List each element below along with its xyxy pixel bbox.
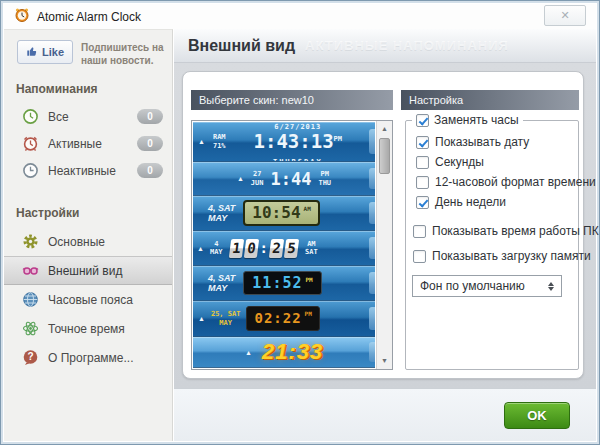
globe-icon — [22, 291, 39, 308]
sidebar-item-general[interactable]: Основные — [4, 227, 172, 256]
count-badge: 0 — [137, 163, 163, 178]
sidebar-item-inactive-reminders[interactable]: Неактивные 0 — [4, 157, 172, 184]
group-label-row: Заменять часы — [412, 113, 523, 127]
skin-ampm-day: PMTHU — [318, 170, 331, 186]
like-label: Like — [42, 46, 64, 58]
section-title-settings: Настройки — [4, 184, 172, 227]
window-title: Atomic Alarm Clock — [37, 10, 141, 24]
skin-list: ▲ RAM71% 6/27/2013 1:43:13PM THURSDAY — [191, 120, 393, 370]
sidebar-item-about[interactable]: ? О Программе... — [4, 343, 172, 372]
sidebar-item-label: Точное время — [48, 322, 125, 336]
thumb-up-icon — [26, 45, 38, 59]
checkbox-weekday[interactable] — [416, 196, 429, 209]
atom-icon — [22, 320, 39, 337]
scroll-down-arrow[interactable]: ▼ — [377, 354, 392, 368]
ram-indicator: RAM71% — [213, 133, 226, 149]
checkbox-replace-clock[interactable] — [416, 114, 429, 127]
dropdown-value: Фон по умолчанию — [420, 279, 525, 293]
glasses-icon — [22, 262, 39, 279]
skin-time: 1:44 — [270, 169, 311, 189]
alarm-clock-app-icon — [14, 7, 30, 27]
skin-preview-digital-compact[interactable]: ▲ 27JUN 1:44 PMTHU — [193, 162, 375, 196]
subscribe-row: Like Подпишитесь на наши новости. — [4, 30, 172, 69]
sidebar-item-all-reminders[interactable]: Все 0 — [4, 103, 172, 130]
close-button[interactable]: ✕ — [544, 5, 586, 26]
clock-green-icon — [22, 108, 39, 125]
sidebar-item-label: Все — [48, 110, 69, 124]
skin-date: 27JUN — [251, 170, 264, 186]
background-dropdown[interactable]: Фон по умолчанию — [412, 275, 562, 297]
skin-preview-lcd-amber[interactable]: ▲ 25, SATMAY 02:22 PM — [193, 301, 375, 337]
skin-preview-flame-selected[interactable]: ▲ 21:33 — [193, 337, 375, 368]
page-title: Внешний вид — [188, 37, 295, 55]
skin-preview-lcd-blue[interactable]: 4, SATMAY 11:52 PM — [193, 266, 375, 301]
app-window: Atomic Alarm Clock ✕ Like Подпишитесь на… — [0, 0, 600, 445]
count-badge: 0 — [137, 136, 163, 151]
checkbox-label: Секунды — [435, 155, 484, 169]
sidebar-item-active-reminders[interactable]: Активные 0 — [4, 130, 172, 157]
count-badge: 0 — [137, 109, 163, 124]
checkbox-seconds[interactable] — [416, 156, 429, 169]
skin-preview-flip-clock[interactable]: ▲ 4MAY 10:25 AMSAT — [193, 231, 375, 266]
skin-preview-digital-full[interactable]: ▲ RAM71% 6/27/2013 1:43:13PM THURSDAY — [193, 122, 375, 162]
group-label: Заменять часы — [434, 113, 519, 127]
lcd-display: 10:54 AM — [243, 200, 319, 225]
lcd-display: 02:22 PM — [246, 306, 319, 330]
checkbox-memory-load[interactable] — [413, 250, 426, 263]
sidebar-item-label: Неактивные — [48, 164, 116, 178]
checkbox-row-memory-load: Показывать загрузку памяти — [413, 249, 591, 263]
checkbox-row-pc-uptime: Показывать время работы ПК — [413, 224, 599, 238]
titlebar: Atomic Alarm Clock ✕ — [4, 4, 596, 29]
sidebar-item-label: Часовые пояса — [48, 293, 133, 307]
checkbox-12h-format[interactable] — [416, 176, 429, 189]
skin-ampm-day: AMSAT — [305, 240, 318, 256]
content-area: Выберите скин: new10 Настройка ▲ RAM71% … — [174, 63, 596, 388]
footer-bar: OK — [174, 388, 596, 441]
lcd-display: 11:52 PM — [243, 271, 321, 296]
sidebar-item-label: Внешний вид — [48, 264, 122, 278]
scrollbar[interactable]: ▲ ▼ — [376, 121, 392, 369]
svg-text:?: ? — [27, 351, 33, 362]
checkbox-label: День недели — [435, 195, 506, 209]
facebook-like-button[interactable]: Like — [17, 40, 73, 64]
checkbox-label: Показывать дату — [435, 135, 529, 149]
alarm-triangle-icon: ▲ — [198, 315, 205, 322]
skin-previews: ▲ RAM71% 6/27/2013 1:43:13PM THURSDAY — [193, 122, 375, 368]
checkbox-row-show-date: Показывать дату — [416, 135, 529, 149]
flip-digits: 10:25 — [229, 239, 299, 258]
skin-clock-readout: 6/27/2013 1:43:13PM THURSDAY — [254, 122, 343, 162]
alarm-triangle-icon: ▲ — [198, 138, 205, 145]
alarm-red-icon — [22, 135, 39, 152]
alarm-triangle-icon: ▲ — [245, 349, 252, 356]
alarm-triangle-icon: ▲ — [237, 175, 244, 182]
sidebar-item-appearance[interactable]: Внешний вид — [4, 256, 172, 285]
ghost-header-text: АКТИВНЫЕ НАПОМИНАНИЯ — [305, 38, 509, 53]
subscribe-text: Подпишитесь на наши новости. — [81, 40, 166, 67]
scrollbar-thumb[interactable] — [379, 138, 390, 174]
skin-date: 25, SATMAY — [211, 310, 241, 326]
sidebar-item-label: О Программе... — [48, 351, 134, 365]
checkbox-row-seconds: Секунды — [416, 155, 484, 169]
scroll-up-arrow[interactable]: ▲ — [377, 122, 392, 136]
appearance-panel: Выберите скин: new10 Настройка ▲ RAM71% … — [182, 71, 584, 379]
gear-icon — [22, 233, 39, 250]
sidebar-item-timezones[interactable]: Часовые пояса — [4, 285, 172, 314]
checkbox-row-weekday: День недели — [416, 195, 506, 209]
checkbox-show-date[interactable] — [416, 136, 429, 149]
question-bubble-icon: ? — [22, 349, 39, 366]
sidebar-item-exact-time[interactable]: Точное время — [4, 314, 172, 343]
skin-preview-lcd-khaki[interactable]: 4, SATMAY 10:54 AM — [193, 196, 375, 231]
checkbox-label: Показывать загрузку памяти — [432, 249, 591, 263]
checkbox-label: Показывать время работы ПК — [432, 224, 599, 238]
skin-date: 4MAY — [210, 240, 223, 256]
checkbox-row-12h-format: 12-часовой формат времени — [416, 175, 596, 189]
clock-gray-icon — [22, 162, 39, 179]
checkbox-pc-uptime[interactable] — [413, 225, 426, 238]
main-area: Внешний вид АКТИВНЫЕ НАПОМИНАНИЯ Выберит… — [174, 29, 596, 441]
skin-select-header: Выберите скин: new10 — [191, 90, 393, 110]
ok-button[interactable]: OK — [504, 402, 570, 429]
spinner-arrows-icon — [548, 282, 554, 291]
checkbox-label: 12-часовой формат времени — [435, 175, 596, 189]
sidebar-item-label: Активные — [48, 137, 102, 151]
close-icon: ✕ — [560, 9, 569, 21]
